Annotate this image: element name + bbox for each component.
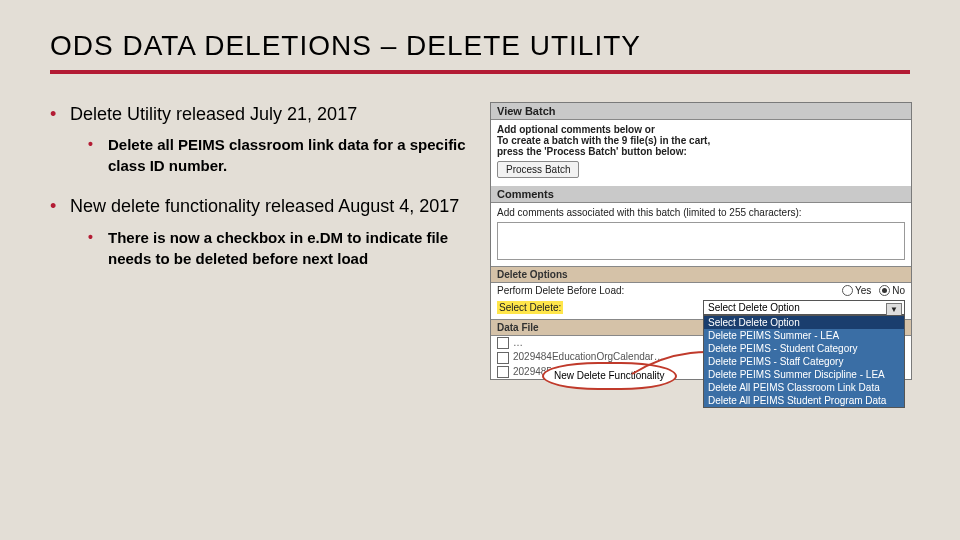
body-columns: Delete Utility released July 21, 2017 De… bbox=[50, 102, 910, 380]
title-rule bbox=[50, 70, 910, 74]
screenshot-panel: View Batch Add optional comments below o… bbox=[490, 102, 912, 380]
intro-line: Add optional comments below or bbox=[497, 124, 905, 135]
radio-no-label: No bbox=[892, 285, 905, 296]
bullet-item: Delete Utility released July 21, 2017 De… bbox=[50, 102, 470, 176]
checkbox-icon[interactable] bbox=[497, 337, 509, 349]
dropdown-option[interactable]: Delete PEIMS Summer - LEA bbox=[704, 329, 904, 342]
left-column: Delete Utility released July 21, 2017 De… bbox=[50, 102, 470, 380]
select-delete-dropdown[interactable]: Select Delete Option ▼ Select Delete Opt… bbox=[703, 300, 905, 315]
dropdown-option[interactable]: Delete All PEIMS Student Program Data bbox=[704, 394, 904, 407]
view-batch-header: View Batch bbox=[491, 103, 911, 120]
sub-bullet-item: There is now a checkbox in e.DM to indic… bbox=[88, 227, 470, 269]
dropdown-option[interactable]: Delete PEIMS - Student Category bbox=[704, 342, 904, 355]
radio-dot-icon bbox=[879, 285, 890, 296]
dropdown-option[interactable]: Delete PEIMS Summer Discipline - LEA bbox=[704, 368, 904, 381]
intro-text: Add optional comments below or To create… bbox=[491, 120, 911, 186]
radio-yes[interactable]: Yes bbox=[842, 285, 871, 296]
delete-options-header: Delete Options bbox=[491, 266, 911, 283]
sub-bullet-item: Delete all PEIMS classroom link data for… bbox=[88, 134, 470, 176]
intro-line: press the 'Process Batch' button below: bbox=[497, 146, 905, 157]
radio-no[interactable]: No bbox=[879, 285, 905, 296]
slide: ODS DATA DELETIONS – DELETE UTILITY Dele… bbox=[0, 0, 960, 540]
radio-yes-label: Yes bbox=[855, 285, 871, 296]
bullet-list: Delete Utility released July 21, 2017 De… bbox=[50, 102, 470, 269]
comments-hint: Add comments associated with this batch … bbox=[491, 203, 911, 222]
dropdown-option[interactable]: Delete All PEIMS Classroom Link Data bbox=[704, 381, 904, 394]
dropdown-option[interactable]: Delete PEIMS - Staff Category bbox=[704, 355, 904, 368]
bullet-text: Delete Utility released July 21, 2017 bbox=[70, 104, 357, 124]
slide-title: ODS DATA DELETIONS – DELETE UTILITY bbox=[50, 30, 910, 62]
perform-delete-label: Perform Delete Before Load: bbox=[497, 285, 624, 296]
checkbox-icon[interactable] bbox=[497, 366, 509, 378]
file-name: … bbox=[513, 337, 523, 348]
bullet-text: New delete functionality released August… bbox=[70, 196, 459, 216]
dropdown-option[interactable]: Select Delete Option bbox=[704, 316, 904, 329]
radio-dot-icon bbox=[842, 285, 853, 296]
select-delete-label: Select Delete: bbox=[497, 301, 563, 314]
sub-bullet-list: Delete all PEIMS classroom link data for… bbox=[70, 134, 470, 176]
bullet-item: New delete functionality released August… bbox=[50, 194, 470, 268]
intro-line: To create a batch with the 9 file(s) in … bbox=[497, 135, 905, 146]
comments-textarea[interactable] bbox=[497, 222, 905, 260]
select-delete-row: Select Delete: Select Delete Option ▼ Se… bbox=[491, 298, 911, 317]
sub-bullet-list: There is now a checkbox in e.DM to indic… bbox=[70, 227, 470, 269]
dropdown-selected: Select Delete Option bbox=[704, 301, 904, 314]
comments-header: Comments bbox=[491, 186, 911, 203]
perform-delete-row: Perform Delete Before Load: Yes No bbox=[491, 283, 911, 298]
checkbox-icon[interactable] bbox=[497, 352, 509, 364]
process-batch-button[interactable]: Process Batch bbox=[497, 161, 579, 178]
right-column: View Batch Add optional comments below o… bbox=[490, 102, 910, 380]
